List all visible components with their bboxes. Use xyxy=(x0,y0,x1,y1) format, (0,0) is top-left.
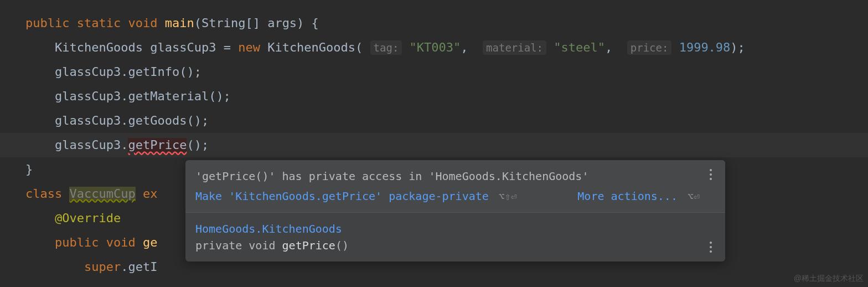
code-text: glassCup3.getMaterial(); xyxy=(55,89,231,103)
number-literal: 1999.98 xyxy=(679,40,731,54)
constructor-call: KitchenGoods xyxy=(267,40,355,54)
signature-method: getPrice xyxy=(282,239,335,252)
signature-class[interactable]: HomeGoods.KitchenGoods xyxy=(195,222,342,235)
keyword: class xyxy=(25,187,62,201)
popup-signature-section: HomeGoods.KitchenGoods private void getP… xyxy=(185,213,725,262)
keyword: void xyxy=(128,16,157,30)
param-hint: price: xyxy=(627,40,672,55)
quickfix-link[interactable]: Make 'KitchenGoods.getPrice' package-pri… xyxy=(195,188,489,204)
keyword: public xyxy=(25,16,69,30)
intention-popup: 'getPrice()' has private access in 'Home… xyxy=(185,160,725,262)
annotation: @Override xyxy=(55,211,121,225)
code-line[interactable]: KitchenGoods glassCup3 = new KitchenGood… xyxy=(0,35,868,60)
kebab-menu-icon[interactable] xyxy=(705,168,716,181)
more-actions-link[interactable]: More actions... xyxy=(577,188,678,204)
code-line-error[interactable]: glassCup3.getPrice(); xyxy=(0,133,868,157)
code-line[interactable]: glassCup3.getInfo(); xyxy=(0,60,868,84)
error-span[interactable]: getPrice xyxy=(128,138,187,152)
string-literal: "KT003" xyxy=(410,40,461,54)
keyword: super xyxy=(84,260,121,274)
function-name: main xyxy=(165,16,194,30)
param-hint: tag: xyxy=(370,40,402,55)
signature-params: () xyxy=(335,239,349,252)
param-hint: material: xyxy=(483,40,546,55)
code-text: glassCup3.getGoods(); xyxy=(55,114,209,127)
watermark: @稀土掘金技术社区 xyxy=(794,274,864,284)
code-text: .getI xyxy=(121,260,157,274)
keyword: public xyxy=(55,235,99,249)
code-text: (String[] args) { xyxy=(194,16,319,30)
kebab-menu-icon[interactable] xyxy=(705,240,716,254)
code-line[interactable]: public static void main(String[] args) { xyxy=(0,11,868,35)
class-name-unused[interactable]: VaccumCup xyxy=(69,187,135,201)
code-line[interactable]: glassCup3.getMaterial(); xyxy=(0,84,868,109)
keyword-partial: ex xyxy=(143,187,158,201)
signature-modifiers: private void xyxy=(195,239,282,252)
brace: } xyxy=(25,162,33,176)
code-text: glassCup3 = xyxy=(150,40,238,54)
keyword: static xyxy=(77,16,121,30)
code-line[interactable]: glassCup3.getGoods(); xyxy=(0,109,868,133)
shortcut-hint: ⌥⇧⏎ xyxy=(499,189,517,204)
keyword: void xyxy=(106,235,136,249)
error-message: 'getPrice()' has private access in 'Home… xyxy=(195,168,712,184)
code-text: glassCup3.getInfo(); xyxy=(55,65,202,79)
function-name-partial: ge xyxy=(143,235,158,249)
code-text: (); xyxy=(187,138,209,152)
popup-error-section: 'getPrice()' has private access in 'Home… xyxy=(185,160,725,212)
keyword: new xyxy=(238,40,260,54)
string-literal: "steel" xyxy=(554,40,605,54)
class-ref: KitchenGoods xyxy=(55,40,143,54)
code-text: glassCup3. xyxy=(55,138,128,152)
shortcut-hint: ⌥⏎ xyxy=(688,189,700,204)
